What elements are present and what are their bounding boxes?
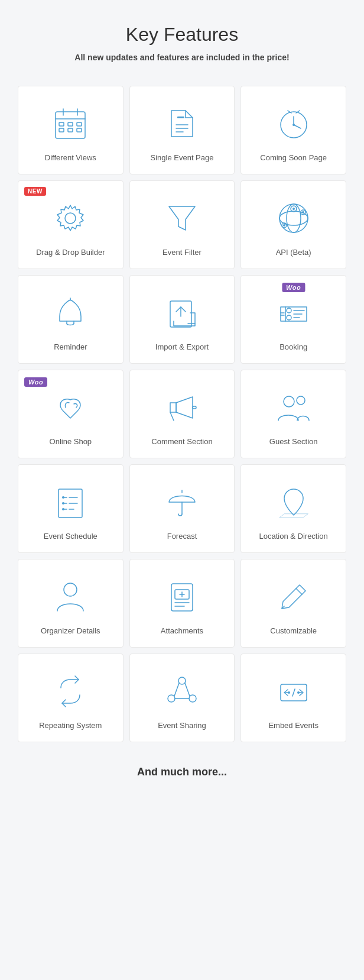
svg-point-46 [284, 396, 294, 407]
svg-marker-23 [169, 206, 195, 230]
feature-label: Coming Soon Page [260, 153, 327, 163]
feature-label: Different Views [45, 153, 96, 163]
feature-comment-section: Comment Section [129, 370, 235, 458]
export-icon [161, 292, 203, 334]
feature-label: Guest Section [269, 436, 318, 447]
feature-label: Online Shop [50, 436, 92, 447]
megaphone-icon [161, 387, 203, 428]
feature-online-shop: Woo Online Shop [18, 370, 124, 458]
svg-point-80 [288, 691, 290, 694]
feature-different-views: Different Views [18, 86, 124, 174]
svg-line-73 [174, 683, 179, 696]
svg-line-68 [296, 588, 302, 594]
feature-label: Customizable [270, 626, 317, 636]
api-icon [273, 198, 314, 239]
location-icon [273, 481, 314, 523]
feature-label: Attachments [161, 626, 203, 636]
svg-point-30 [292, 208, 295, 210]
feature-drag-drop-builder: NEW Drag & Drop Builder [18, 180, 124, 269]
calendar-icon [50, 103, 91, 144]
svg-rect-15 [177, 117, 184, 118]
svg-point-42 [287, 315, 291, 320]
svg-point-72 [189, 695, 196, 702]
feature-api-beta: API (Beta) [240, 180, 346, 269]
svg-rect-8 [68, 128, 73, 132]
new-badge: NEW [24, 187, 46, 196]
feature-attachments: Attachments [129, 559, 235, 648]
page-title: Key Features [18, 24, 346, 46]
feature-guest-section: Guest Section [240, 370, 346, 458]
feature-label: Location & Direction [259, 531, 327, 542]
svg-point-41 [287, 308, 291, 313]
guests-icon [273, 387, 314, 428]
sharing-icon [161, 671, 203, 712]
svg-rect-4 [59, 122, 64, 126]
woo-badge: Woo [24, 376, 47, 387]
feature-event-sharing: Event Sharing [129, 654, 235, 742]
feature-import-export: Import & Export [129, 275, 235, 364]
feature-label: API (Beta) [276, 247, 311, 258]
feature-label: Drag & Drop Builder [36, 247, 105, 258]
svg-point-19 [292, 124, 295, 126]
feature-label: Event Schedule [44, 531, 98, 542]
feature-location-direction: Location & Direction [240, 464, 346, 553]
feature-reminder: Reminder [18, 275, 124, 364]
filter-icon [161, 198, 203, 239]
woo-badge-top: Woo [282, 282, 305, 292]
features-grid: Different Views Single Event Page [18, 86, 346, 742]
svg-point-56 [62, 508, 64, 510]
feature-label: Repeating System [39, 720, 102, 731]
svg-point-47 [297, 396, 305, 405]
organizer-icon [50, 576, 91, 617]
feature-label: Booking [280, 342, 307, 352]
svg-rect-0 [56, 112, 85, 138]
svg-point-71 [168, 695, 175, 702]
page-subtitle: All new updates and features are include… [18, 53, 346, 62]
embed-icon [273, 671, 314, 712]
schedule-icon [50, 481, 91, 523]
bell-icon [50, 292, 91, 334]
feature-repeating-system: Repeating System [18, 654, 124, 742]
feature-label: Forecast [167, 531, 197, 542]
shop-icon [50, 387, 91, 428]
svg-line-79 [292, 689, 295, 696]
document-icon [161, 103, 203, 144]
svg-point-50 [62, 496, 64, 499]
svg-point-70 [178, 677, 186, 684]
svg-point-31 [283, 224, 285, 227]
svg-point-22 [65, 213, 76, 224]
svg-line-74 [185, 683, 190, 696]
svg-point-53 [62, 502, 64, 504]
svg-point-61 [64, 583, 77, 596]
umbrella-icon [161, 481, 203, 523]
feature-label: Event Filter [162, 247, 202, 258]
feature-event-filter: Event Filter [129, 180, 235, 269]
svg-point-32 [302, 211, 304, 214]
svg-rect-45 [193, 406, 196, 409]
svg-rect-9 [77, 128, 82, 132]
feature-single-event-page: Single Event Page [129, 86, 235, 174]
gear-icon [50, 198, 91, 239]
feature-embed-events: Embed Events [240, 654, 346, 742]
svg-point-60 [290, 494, 298, 503]
feature-forecast: Forecast [129, 464, 235, 553]
repeat-icon [50, 671, 91, 712]
clock-icon [273, 103, 314, 144]
feature-customizable: Customizable [240, 559, 346, 648]
feature-label: Reminder [54, 342, 87, 352]
ticket-icon [273, 292, 314, 334]
attachments-icon [161, 576, 203, 617]
feature-label: Import & Export [155, 342, 209, 352]
svg-rect-6 [77, 122, 82, 126]
feature-label: Event Sharing [158, 720, 206, 731]
feature-booking: Woo Booking [240, 275, 346, 364]
feature-label: Embed Events [268, 720, 318, 731]
feature-event-schedule: Event Schedule [18, 464, 124, 553]
svg-rect-7 [59, 128, 64, 132]
svg-line-44 [170, 412, 174, 421]
svg-point-81 [297, 691, 300, 694]
feature-label: Comment Section [151, 436, 212, 447]
footer-text: And much more... [18, 766, 346, 778]
pencil-icon [273, 576, 314, 617]
feature-label: Organizer Details [41, 626, 100, 636]
